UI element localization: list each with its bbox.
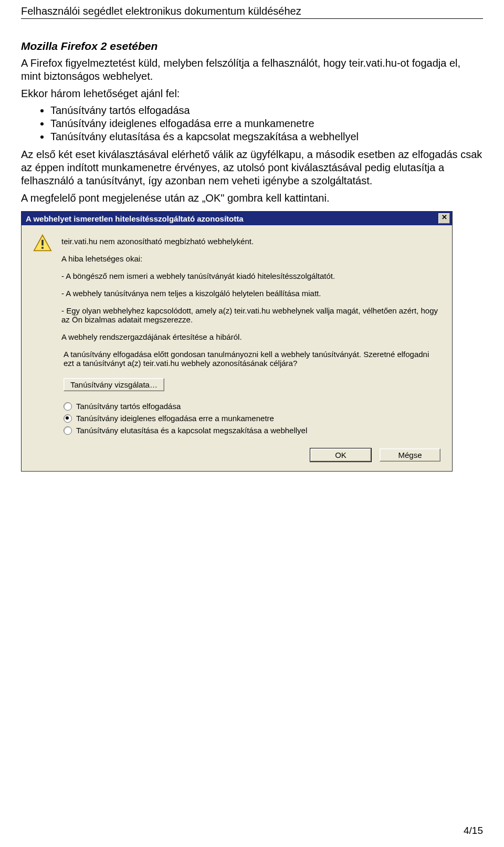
radio-label: Tanúsítvány elutasítása és a kapcsolat m… <box>76 426 307 435</box>
options-list: Tanúsítvány tartós elfogadása Tanúsítván… <box>21 104 483 143</box>
reason-line: - A webhely tanúsítványa nem teljes a ki… <box>61 289 440 298</box>
page-number: 4/15 <box>464 825 483 836</box>
close-icon[interactable]: ✕ <box>438 213 450 224</box>
intro-paragraph: A Firefox figyelmeztetést küld, melyben … <box>21 57 483 83</box>
reasons-heading: A hiba lehetséges okai: <box>61 254 440 263</box>
list-item: Tanúsítvány elutasítása és a kapcsolat m… <box>50 131 483 143</box>
radio-icon[interactable] <box>64 426 72 435</box>
radio-option-session[interactable]: Tanúsítvány ideiglenes elfogadása erre a… <box>64 414 440 423</box>
section-title: Mozilla Firefox 2 esetében <box>21 40 483 53</box>
reason-line: - A böngésző nem ismeri a webhely tanúsí… <box>61 271 440 280</box>
radio-label: Tanúsítvány tartós elfogadása <box>76 402 181 411</box>
security-dialog: A webhelyet ismeretlen hitelesítésszolgá… <box>21 211 453 472</box>
cancel-button[interactable]: Mégse <box>380 448 440 462</box>
dialog-titlebar: A webhelyet ismeretlen hitelesítésszolgá… <box>22 212 452 225</box>
admin-notice: A webhely rendszergazdájának értesítése … <box>61 332 440 341</box>
list-item: Tanúsítvány ideiglenes elfogadása erre a… <box>50 118 483 130</box>
radio-icon[interactable] <box>64 414 72 423</box>
instruction-paragraph: A megfelelő pont megjelenése után az „OK… <box>21 192 483 205</box>
radio-option-permanent[interactable]: Tanúsítvány tartós elfogadása <box>64 402 440 411</box>
radio-icon[interactable] <box>64 402 72 411</box>
list-item: Tanúsítvány tartós elfogadása <box>50 104 483 117</box>
accept-prompt: A tanúsítvány elfogadása előtt gondosan … <box>64 350 440 368</box>
svg-rect-2 <box>41 247 44 249</box>
explanation-paragraph: Az első két eset kiválasztásával elérhet… <box>21 148 483 187</box>
page-header: Felhasználói segédlet elektronikus dokum… <box>21 5 483 19</box>
radio-label: Tanúsítvány ideiglenes elfogadása erre a… <box>76 414 274 423</box>
dialog-title: A webhelyet ismeretlen hitelesítésszolgá… <box>26 214 438 223</box>
list-intro: Ekkor három lehetőséget ajánl fel: <box>21 87 483 100</box>
dialog-body: teir.vati.hu nem azonosítható megbízható… <box>22 225 452 471</box>
radio-option-reject[interactable]: Tanúsítvány elutasítása és a kapcsolat m… <box>64 426 440 435</box>
document-page: Felhasználói segédlet elektronikus dokum… <box>0 0 504 847</box>
warning-icon <box>33 234 52 350</box>
dialog-message-host: teir.vati.hu nem azonosítható megbízható… <box>61 237 440 246</box>
svg-rect-1 <box>41 240 44 246</box>
ok-button[interactable]: OK <box>310 448 371 462</box>
inspect-certificate-button[interactable]: Tanúsítvány vizsgálata… <box>64 378 164 391</box>
reason-line: - Egy olyan webhelyhez kapcsolódott, ame… <box>61 306 440 324</box>
